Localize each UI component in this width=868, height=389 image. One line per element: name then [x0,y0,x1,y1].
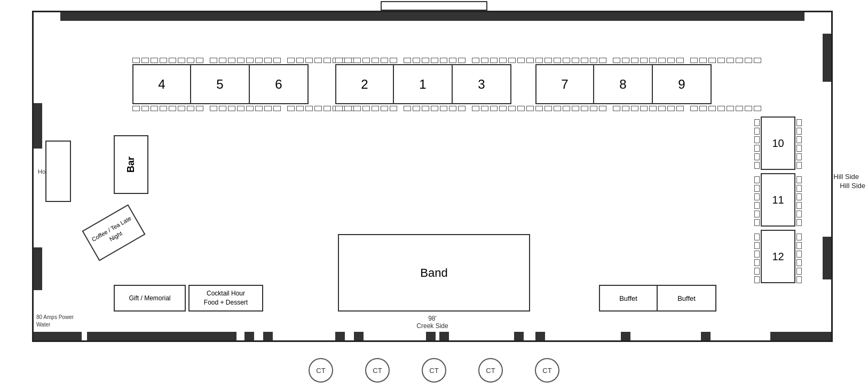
chair [255,58,263,63]
left-wall-block-top [34,103,42,149]
chair [449,58,456,63]
chair [490,58,498,63]
chair [362,58,370,63]
chair [246,58,254,63]
chairs-top-group3 [535,58,761,63]
chair [796,153,802,160]
chair [273,106,281,111]
chair [305,58,313,63]
chair [404,106,411,111]
chair [745,58,752,63]
chair [631,106,638,111]
chair [581,58,588,63]
chairs-bottom-group3 [535,106,761,111]
chair [754,145,760,152]
chair [736,106,743,111]
chair [335,58,343,63]
chair [219,106,226,111]
chair [210,58,217,63]
cocktail-hour-box: Cocktail Hour Food + Dessert [188,285,263,312]
chair [796,251,802,258]
chair [287,58,295,63]
top-wall-strip [60,12,804,21]
chair [754,259,760,266]
chair [526,106,534,111]
chair [508,106,516,111]
chair [314,58,322,63]
chair [545,58,552,63]
table-3: 3 [453,64,511,104]
chair [246,106,254,111]
chair [344,58,352,63]
chair [649,58,657,63]
bottom-strip-2 [87,332,236,340]
chair [754,219,760,226]
chair [314,106,322,111]
chair [796,176,802,183]
chair [344,106,352,111]
chair [323,58,331,63]
chair [658,106,666,111]
chair [631,58,638,63]
chair [390,58,397,63]
table-7: 7 [535,64,594,104]
chair [563,106,570,111]
chair [458,58,465,63]
creek-measure: 98' Creek Side [416,315,448,330]
bottom-strip-12 [701,332,711,340]
chair [658,58,666,63]
table-4: 4 [132,64,191,104]
table-group-456: 4 5 6 [132,64,309,104]
gift-box: Gift / Memorial [114,285,186,312]
chair [796,128,802,135]
chair [754,58,761,63]
chair [667,106,675,111]
table-10: 10 [761,116,795,170]
chair [431,106,438,111]
chair [796,234,802,240]
left-wall-block-bottom [34,247,42,290]
chair [296,58,304,63]
chair [458,106,465,111]
chair [727,58,734,63]
table-2: 2 [335,64,394,104]
chair [390,106,397,111]
chair [141,106,149,111]
chair [490,106,498,111]
chair [517,106,525,111]
chair [754,176,760,183]
bottom-strip-5 [335,332,345,340]
chair [287,106,295,111]
bottom-strip-11 [621,332,630,340]
chair [151,58,158,63]
table-1: 1 [394,64,453,104]
table-11: 11 [761,173,795,227]
chair [187,58,194,63]
chair [572,106,579,111]
chair [210,106,217,111]
chair [196,106,203,111]
chair [690,106,698,111]
right-chairs-left [754,116,760,283]
left-fixture [45,141,71,202]
chair [581,106,588,111]
band-box: Band [338,234,530,312]
chair [296,106,304,111]
chair [754,268,760,275]
bottom-strip-4 [263,332,273,340]
chair [754,136,760,143]
chair [613,58,620,63]
chair [754,119,760,126]
chair [499,106,507,111]
chair [796,119,802,126]
chair [699,58,707,63]
chair [796,136,802,143]
table-5: 5 [191,64,250,104]
chair [372,106,379,111]
chair [545,106,552,111]
chair [796,219,802,226]
chair [796,276,802,283]
chair [572,58,579,63]
chair [219,58,226,63]
chair [353,58,361,63]
